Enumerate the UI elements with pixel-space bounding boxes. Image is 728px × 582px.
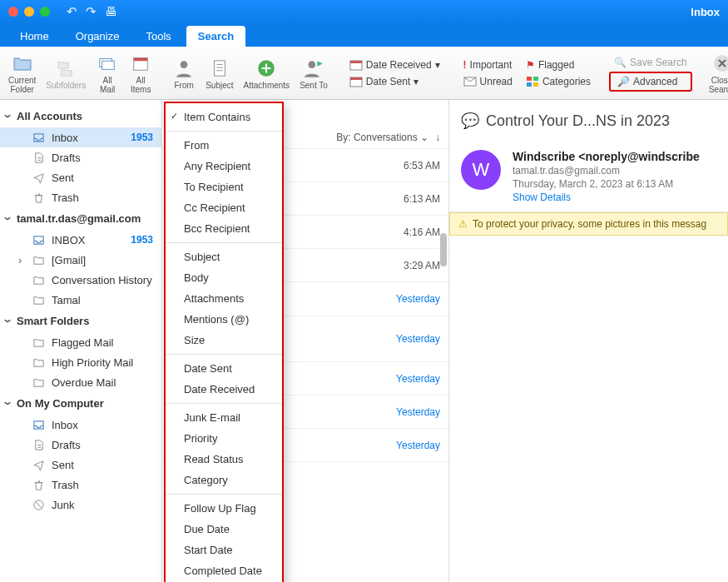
menu-item[interactable]: Attachments [166, 288, 282, 309]
menu-item[interactable]: Follow Up Flag [166, 498, 282, 519]
sort-by-dropdown[interactable]: By: Conversations ⌄ [336, 132, 428, 143]
sidebar-item[interactable]: Inbox [0, 415, 161, 435]
calendar-icon [129, 52, 152, 75]
sidebar-item[interactable]: ›[Gmail] [0, 250, 161, 270]
sidebar-item[interactable]: INBOX1953 [0, 230, 161, 250]
message-time: 6:13 AM [404, 193, 440, 205]
folder-icon [32, 376, 45, 389]
show-details-link[interactable]: Show Details [513, 192, 700, 203]
menu-item[interactable]: Any Recipient [166, 156, 282, 177]
menu-item[interactable]: Item Contains [166, 107, 282, 127]
tab-home[interactable]: Home [8, 26, 61, 47]
drafts-icon [32, 151, 45, 164]
save-search-button[interactable]: 🔍Save Search [609, 55, 692, 70]
person-icon [172, 57, 196, 80]
menu-item[interactable]: Bcc Recipient [166, 218, 282, 239]
folder-sidebar: All AccountsInbox1953DraftsSentTrashtama… [0, 100, 162, 582]
sort-direction-icon[interactable]: ↓ [435, 132, 440, 143]
search-criteria-menu[interactable]: Item ContainsFromAny RecipientTo Recipie… [164, 102, 284, 582]
menu-item[interactable]: Priority [166, 428, 282, 449]
sidebar-section[interactable]: tamal.tr.das@gmail.com [0, 207, 161, 230]
menu-item[interactable]: Completed Date [166, 560, 282, 581]
menu-item[interactable]: Category [166, 470, 282, 490]
svg-rect-3 [134, 58, 148, 62]
label: Date Received [366, 59, 432, 71]
scope-current-folder[interactable]: Current Folder [5, 52, 39, 94]
label: Attachments [244, 81, 290, 90]
filter-flagged[interactable]: ⚑Flagged [521, 57, 596, 72]
sidebar-item[interactable]: Overdue Mail [0, 372, 161, 392]
close-window-button[interactable] [8, 7, 18, 17]
zoom-window-button[interactable] [40, 7, 50, 17]
filter-unread[interactable]: Unread [458, 74, 518, 89]
menu-item[interactable]: Cc Recipient [166, 197, 282, 218]
reading-pane: 💬 Control Your D...NS in 2023 W Windscri… [449, 100, 728, 582]
menu-item[interactable]: Body [166, 267, 282, 288]
scope-all-mail[interactable]: All Mail [92, 52, 122, 94]
scrollbar-thumb[interactable] [440, 233, 447, 266]
reply-icon[interactable]: 💬 [461, 112, 479, 130]
sidebar-item[interactable]: Trash [0, 187, 161, 207]
label: Sent To [300, 81, 328, 90]
filter-date-sent[interactable]: Date Sent ▾ [344, 74, 445, 89]
svg-rect-17 [533, 77, 538, 81]
sidebar-item-label: Tamal [52, 294, 81, 306]
tab-organize[interactable]: Organize [64, 26, 131, 47]
filter-date-received[interactable]: Date Received ▾ [344, 57, 445, 72]
redo-icon[interactable]: ↷ [86, 4, 97, 19]
filter-from[interactable]: From [169, 57, 199, 90]
message-time: 3:29 AM [404, 260, 440, 271]
ribbon-tabs: Home Organize Tools Search [0, 23, 728, 47]
sidebar-item[interactable]: Drafts [0, 147, 161, 167]
sidebar-item[interactable]: Sent [0, 167, 161, 187]
menu-item[interactable]: Mentions (@) [166, 309, 282, 330]
sidebar-item[interactable]: Flagged Mail [0, 332, 161, 352]
print-icon[interactable]: 🖶 [105, 4, 117, 19]
menu-item[interactable]: Read Status [166, 449, 282, 470]
menu-item[interactable]: Due Date [166, 519, 282, 540]
sidebar-section[interactable]: Smart Folders [0, 310, 161, 332]
sidebar-item[interactable]: Trash [0, 475, 161, 495]
sidebar-section[interactable]: All Accounts [0, 105, 161, 127]
menu-item[interactable]: Junk E-mail [166, 407, 282, 428]
filter-subject[interactable]: Subject [202, 57, 236, 90]
minimize-window-button[interactable] [24, 7, 34, 17]
menu-item[interactable]: Date Received [166, 379, 282, 400]
advanced-search-button[interactable]: 🔎Advanced [609, 72, 692, 92]
menu-item[interactable]: From [166, 135, 282, 156]
sent-to-icon [302, 57, 325, 80]
menu-item[interactable]: Size [166, 330, 282, 351]
sidebar-item-label: Sent [52, 172, 74, 184]
scope-subfolders[interactable]: Subfolders [42, 57, 89, 90]
privacy-infobar[interactable]: To protect your privacy, some pictures i… [449, 212, 728, 236]
sidebar-item[interactable]: Conversation History [0, 270, 161, 290]
sidebar-item[interactable]: Sent [0, 455, 161, 475]
filter-sent-to[interactable]: Sent To [296, 57, 331, 90]
sidebar-item[interactable]: Junk [0, 495, 161, 515]
svg-rect-19 [533, 82, 538, 87]
sidebar-item[interactable]: Inbox1953 [0, 127, 161, 147]
sidebar-section[interactable]: On My Computer [0, 392, 161, 415]
unread-count: 1953 [131, 132, 153, 143]
filter-categories[interactable]: Categories [521, 74, 596, 89]
menu-item[interactable]: To Recipient [166, 177, 282, 197]
message-time: Yesterday [396, 373, 440, 385]
folder-icon [32, 356, 45, 369]
label: Save Search [630, 57, 687, 68]
scope-all-items[interactable]: All Items [126, 52, 156, 94]
menu-item[interactable]: Subject [166, 246, 282, 267]
sidebar-item[interactable]: Drafts [0, 435, 161, 455]
menu-item[interactable]: Start Date [166, 540, 282, 560]
menu-item[interactable]: Date Sent [166, 358, 282, 379]
tab-search[interactable]: Search [186, 26, 245, 47]
tab-tools[interactable]: Tools [134, 26, 182, 47]
filter-attachments[interactable]: Attachments [240, 57, 294, 90]
gear-magnifier-icon: 🔎 [617, 76, 630, 87]
sidebar-item[interactable]: High Priority Mail [0, 352, 161, 372]
filter-important[interactable]: !Important [458, 57, 518, 72]
sidebar-item[interactable]: Tamal [0, 290, 161, 310]
inbox-icon [32, 233, 45, 246]
undo-icon[interactable]: ↶ [67, 4, 77, 19]
trash-icon [32, 478, 45, 491]
close-search-button[interactable]: Close Search [706, 52, 728, 94]
